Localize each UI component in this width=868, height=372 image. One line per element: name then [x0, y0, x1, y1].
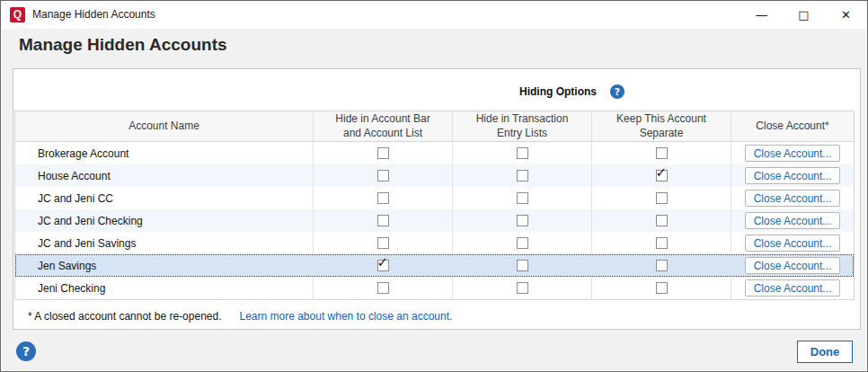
- hide-account-bar-checkbox[interactable]: [377, 215, 389, 226]
- hide-account-bar-checkbox[interactable]: [377, 147, 389, 159]
- account-name: JC and Jeni CC: [15, 187, 314, 209]
- account-name: Jen Savings: [15, 254, 314, 277]
- hide-account-bar-checkbox[interactable]: [377, 282, 389, 294]
- window-title: Manage Hidden Accounts: [32, 8, 155, 21]
- hide-transaction-cell: [453, 254, 592, 277]
- hide-transaction-checkbox[interactable]: [517, 282, 528, 294]
- dialog-body: Manage Hidden Accounts Hiding Options ? …: [2, 29, 866, 370]
- hide-transaction-cell: [453, 187, 592, 209]
- hide-account-bar-cell: [314, 164, 453, 187]
- manage-hidden-accounts-window: Q Manage Hidden Accounts — □ ✕ Manage Hi…: [0, 0, 868, 372]
- table-row[interactable]: Jeni Checking Close Account...: [15, 277, 854, 299]
- closed-account-footnote: * A closed account cannot be re-opened.: [28, 310, 222, 323]
- hide-account-bar-cell: [314, 277, 453, 299]
- keep-separate-checkbox[interactable]: [656, 147, 668, 159]
- close-account-cell: Close Account...: [731, 232, 854, 254]
- table-row[interactable]: Brokerage Account Close Account...: [15, 142, 854, 164]
- hide-transaction-cell: [453, 232, 592, 254]
- close-account-cell: Close Account...: [731, 277, 854, 299]
- learn-more-link[interactable]: Learn more about when to close an accoun…: [240, 310, 453, 323]
- hide-transaction-cell: [453, 164, 592, 187]
- hide-transaction-cell: [453, 142, 592, 164]
- title-bar: Q Manage Hidden Accounts — □ ✕: [1, 1, 867, 28]
- keep-separate-cell: [592, 209, 731, 232]
- keep-separate-cell: [592, 277, 731, 299]
- hide-account-bar-checkbox[interactable]: [377, 170, 389, 182]
- help-icon[interactable]: ?: [16, 341, 36, 361]
- account-name: Jeni Checking: [15, 277, 314, 299]
- hide-transaction-checkbox[interactable]: [517, 237, 528, 249]
- close-icon[interactable]: ✕: [825, 1, 867, 28]
- window-controls: — □ ✕: [740, 1, 867, 28]
- minimize-icon[interactable]: —: [740, 1, 783, 28]
- account-name: JC and Jeni Checking: [15, 209, 314, 232]
- hide-transaction-checkbox[interactable]: [517, 260, 528, 271]
- table-row[interactable]: JC and Jeni Checking Close Account...: [15, 209, 854, 232]
- hide-transaction-checkbox[interactable]: [517, 170, 528, 182]
- hide-account-bar-checkbox[interactable]: [377, 260, 389, 271]
- table-row[interactable]: JC and Jeni CC Close Account...: [15, 187, 854, 209]
- quicken-logo-icon: Q: [10, 7, 25, 22]
- hide-account-bar-cell: [314, 232, 453, 254]
- account-name: House Account: [15, 164, 314, 187]
- hide-transaction-checkbox[interactable]: [517, 147, 528, 159]
- keep-separate-checkbox[interactable]: [656, 260, 668, 271]
- maximize-icon[interactable]: □: [783, 1, 825, 28]
- column-header-keep-separate: Keep This Account Separate: [592, 111, 731, 141]
- keep-separate-cell: [592, 164, 731, 187]
- hide-account-bar-checkbox[interactable]: [377, 192, 389, 204]
- accounts-table: Account Name Hide in Account Bar and Acc…: [14, 111, 855, 300]
- keep-separate-cell: [592, 232, 731, 254]
- close-account-cell: Close Account...: [731, 142, 854, 164]
- keep-separate-checkbox[interactable]: [656, 192, 668, 204]
- close-account-button[interactable]: Close Account...: [745, 257, 840, 274]
- keep-separate-checkbox[interactable]: [656, 215, 668, 226]
- account-name: Brokerage Account: [15, 142, 314, 164]
- close-account-cell: Close Account...: [731, 164, 854, 187]
- keep-separate-checkbox[interactable]: [656, 237, 668, 249]
- close-account-cell: Close Account...: [731, 209, 854, 232]
- hiding-options-label: Hiding Options: [519, 85, 597, 98]
- hide-account-bar-checkbox[interactable]: [377, 237, 389, 249]
- close-account-button[interactable]: Close Account...: [745, 235, 840, 252]
- keep-separate-cell: [592, 142, 731, 164]
- footnote-row: * A closed account cannot be re-opened. …: [28, 310, 452, 323]
- hide-transaction-cell: [453, 209, 592, 232]
- close-account-button[interactable]: Close Account...: [745, 212, 840, 229]
- close-account-button[interactable]: Close Account...: [745, 167, 840, 184]
- keep-separate-checkbox[interactable]: [656, 282, 668, 294]
- column-header-hide-account-bar: Hide in Account Bar and Account List: [314, 111, 453, 141]
- column-header-hide-transaction: Hide in Transaction Entry Lists: [453, 111, 592, 141]
- hide-transaction-cell: [453, 277, 592, 299]
- account-table-body: Brokerage Account Close Account... House…: [15, 142, 854, 299]
- close-account-cell: Close Account...: [731, 254, 854, 277]
- account-name: JC and Jeni Savings: [15, 232, 314, 254]
- page-title: Manage Hidden Accounts: [19, 35, 227, 55]
- hiding-options-header: Hiding Options ?: [519, 84, 624, 99]
- keep-separate-cell: [592, 254, 731, 277]
- hide-account-bar-cell: [314, 142, 453, 164]
- hiding-options-help-icon[interactable]: ?: [610, 84, 624, 99]
- table-row[interactable]: JC and Jeni Savings Close Account...: [15, 232, 854, 254]
- table-header-row: Account Name Hide in Account Bar and Acc…: [15, 111, 854, 142]
- column-header-account-name: Account Name: [15, 111, 314, 141]
- keep-separate-cell: [592, 187, 731, 209]
- close-account-button[interactable]: Close Account...: [745, 145, 840, 162]
- close-account-cell: Close Account...: [731, 187, 854, 209]
- hide-transaction-checkbox[interactable]: [517, 192, 528, 204]
- hide-transaction-checkbox[interactable]: [517, 215, 528, 226]
- hiding-options-panel: Hiding Options ? Account Name Hide in Ac…: [13, 68, 861, 330]
- close-account-button[interactable]: Close Account...: [745, 190, 840, 207]
- close-account-button[interactable]: Close Account...: [745, 279, 840, 297]
- hide-account-bar-cell: [314, 209, 453, 232]
- hide-account-bar-cell: [314, 254, 453, 277]
- column-header-close-account: Close Account*: [731, 111, 854, 141]
- hide-account-bar-cell: [314, 187, 453, 209]
- keep-separate-checkbox[interactable]: [656, 170, 668, 182]
- table-row[interactable]: Jen Savings Close Account...: [15, 254, 854, 277]
- done-button[interactable]: Done: [797, 341, 853, 363]
- table-row[interactable]: House Account Close Account...: [15, 164, 854, 187]
